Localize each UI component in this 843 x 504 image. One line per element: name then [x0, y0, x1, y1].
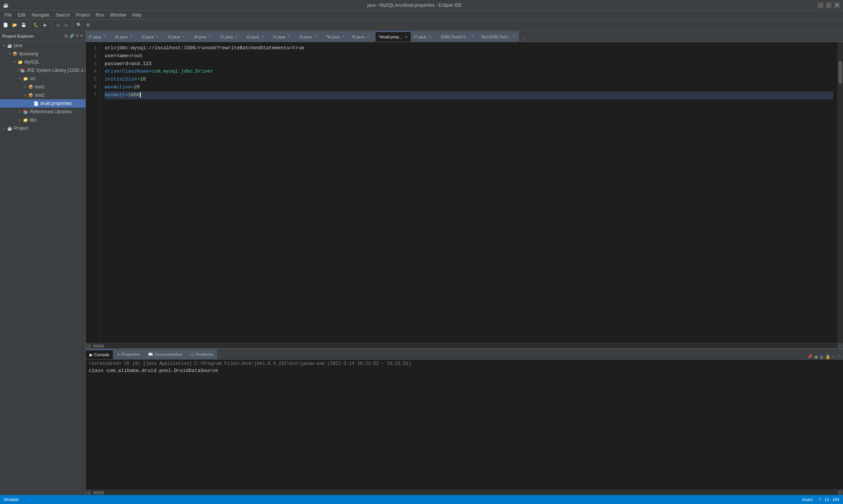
toolbar-separator-2 [51, 22, 52, 29]
console-h-scroll-thumb[interactable] [93, 491, 104, 494]
tree-item-druid-properties[interactable]: 📄 druid.properties [0, 99, 85, 108]
view-menu-icon[interactable]: ▾ [76, 33, 78, 38]
tab-close-icon[interactable]: ✕ [208, 35, 212, 39]
tree-item-mysql[interactable]: ▾ 📁 MySQL [0, 58, 85, 66]
tab-close-icon[interactable]: ✕ [156, 35, 159, 39]
console-h-scroll-right[interactable]: ▷ [838, 490, 843, 495]
tab-close-icon[interactable]: ✕ [103, 35, 106, 39]
tab-t1-java-2[interactable]: t1.java ✕ [270, 31, 297, 42]
back-button[interactable]: ◁ [53, 21, 62, 29]
h-scroll-thumb[interactable] [93, 345, 104, 348]
arrow-mysql: ▾ [12, 60, 17, 64]
tree-item-referenced-libraries[interactable]: ▷ 📚 Referenced Libraries [0, 108, 85, 116]
window-title: java - MySQL/src/druid.properties - Ecli… [12, 3, 817, 8]
tree-item-jre[interactable]: ▷ 📚 JRE System Library [J2SE-1.5] [0, 66, 85, 74]
tab-t7-java-2[interactable]: t7.java ✕ [411, 31, 437, 42]
menu-file[interactable]: File [2, 12, 15, 18]
pin-icon[interactable]: 📌 [807, 354, 813, 359]
close-sidebar-icon[interactable]: ✕ [80, 33, 83, 38]
tree-item-java[interactable]: ▾ ☕ java [0, 41, 85, 50]
code-editor[interactable]: url=jdbc:mysql://localhost:3306/runoob?r… [100, 42, 838, 343]
tab-close-icon[interactable]: ✕ [261, 35, 264, 39]
tree-item-test1[interactable]: ▷ 📦 test1 [0, 83, 85, 91]
bottom-tab-properties[interactable]: ≡ Properties [113, 349, 144, 359]
tab-t8-java[interactable]: t8.java ✕ [191, 31, 218, 42]
problems-icon: ⚠ [190, 352, 194, 357]
h-scroll-right[interactable]: ▷ [838, 343, 843, 349]
bottom-tab-bar: ▶ Console ≡ Properties 📖 Documentation ⚠… [86, 349, 843, 360]
arrow-reflibs: ▷ [17, 110, 23, 114]
tab-close-icon[interactable]: ✕ [367, 35, 370, 39]
tree-item-libs[interactable]: ▷ 📁 libs [0, 116, 85, 124]
tab-label: *druid.prop... [379, 35, 402, 39]
bottom-tab-console[interactable]: ▶ Console [86, 349, 113, 359]
tab-close-icon[interactable]: ✕ [513, 35, 516, 39]
new-button[interactable]: 📄 [2, 21, 10, 29]
link-with-editor-icon[interactable]: 🔗 [69, 33, 75, 38]
menu-edit[interactable]: Edit [15, 12, 29, 18]
tab-close-icon[interactable]: ✕ [235, 35, 238, 39]
tab-t6-java[interactable]: t6.java ✕ [112, 31, 138, 42]
tab-t3-java-2[interactable]: t3.java ✕ [297, 31, 323, 42]
tab-close-icon[interactable]: ✕ [342, 35, 345, 39]
collapse-all-icon[interactable]: ⊟ [64, 33, 68, 38]
save-button[interactable]: 💾 [20, 21, 28, 29]
project-tree: ▾ ☕ java ▾ 📦 lijunxiang ▾ 📁 MySQL [0, 41, 85, 495]
tab-t7-java-1[interactable]: t7.java ✕ [86, 31, 112, 42]
tab-t5-java[interactable]: t5.java ✕ [349, 31, 376, 42]
debug-button[interactable]: 🐛 [32, 21, 40, 29]
tree-item-project[interactable]: ▷ ☕ Project [0, 124, 85, 132]
arrow-jre: ▷ [17, 68, 20, 72]
tree-item-test2[interactable]: ▾ 📦 test2 [0, 91, 85, 99]
settings-button[interactable]: ⚙ [84, 21, 92, 29]
menu-project[interactable]: Project [73, 12, 93, 18]
tab-druid-properties[interactable]: *druid.prop... ✕ [376, 31, 411, 42]
tab-close-icon[interactable]: ✕ [182, 35, 185, 39]
menu-run[interactable]: Run [93, 12, 107, 18]
scrollbar-thumb[interactable] [838, 61, 842, 83]
search-toolbar-button[interactable]: 🔍 [75, 21, 83, 29]
minimize-button[interactable]: ─ [817, 2, 823, 8]
tree-item-src[interactable]: ▾ 📁 src [0, 74, 85, 83]
tab-close-icon[interactable]: ✕ [428, 35, 431, 39]
console-h-scroll-track [91, 491, 838, 494]
editor-scrollbar[interactable] [838, 42, 843, 343]
icon-lijunxiang: 📦 [12, 51, 18, 57]
editor-horizontal-scroll[interactable]: ◁ ▷ [86, 343, 843, 348]
tab-t1-java-1[interactable]: t1.java ✕ [218, 31, 244, 42]
tree-item-lijunxiang[interactable]: ▾ 📦 lijunxiang [0, 50, 85, 58]
menu-help[interactable]: Help [129, 12, 145, 18]
menu-window[interactable]: Window [107, 12, 129, 18]
stop-icon[interactable]: ⏹ [814, 355, 818, 359]
tab-t2-java-1[interactable]: t2.java ✕ [138, 31, 165, 42]
line-num-7: 7 [86, 91, 97, 99]
tab-t3-java-1[interactable]: t3.java ✕ [165, 31, 191, 42]
clear-icon[interactable]: 🗑 [820, 355, 824, 359]
console-h-scroll-left[interactable]: ◁ [86, 490, 91, 495]
forward-button[interactable]: ▷ [62, 21, 71, 29]
icon-mysql: 📁 [17, 59, 23, 65]
menu-search[interactable]: Search [52, 12, 73, 18]
bottom-tab-problems[interactable]: ⚠ Problems [187, 349, 217, 359]
maximize-button[interactable]: □ [826, 2, 832, 8]
h-scroll-left[interactable]: ◁ [86, 343, 91, 349]
tab-close-icon[interactable]: ✕ [314, 35, 317, 39]
word-wrap-icon[interactable]: ↵ [832, 354, 835, 359]
scroll-lock-icon[interactable]: 🔒 [825, 354, 831, 359]
run-button[interactable]: ▶ [41, 21, 49, 29]
tab-close-icon[interactable]: ✕ [405, 35, 408, 39]
close-button[interactable]: ✕ [834, 2, 840, 8]
menu-navigate[interactable]: Navigate [29, 12, 52, 18]
tab-overflow-button[interactable]: ⋮ [519, 36, 528, 42]
bottom-tab-documentation[interactable]: 📖 Documentation [144, 349, 187, 359]
tab-close-icon[interactable]: ✕ [288, 35, 291, 39]
tab-jdbctoolsv1[interactable]: JDBCToolsV1... ✕ [437, 31, 478, 42]
tab-t6-java-mod[interactable]: *t6.java ✕ [323, 31, 349, 42]
tab-close-icon[interactable]: ✕ [129, 35, 132, 39]
tab-t2-java-2[interactable]: t2.java ✕ [244, 31, 270, 42]
console-h-scroll[interactable]: ◁ ▷ [86, 490, 843, 495]
open-button[interactable]: 📂 [11, 21, 19, 29]
tab-testjdbc[interactable]: TestJDBCTool... ✕ [478, 31, 519, 42]
open-console-icon[interactable]: ⬡ [837, 354, 841, 359]
tab-close-icon[interactable]: ✕ [472, 35, 475, 39]
